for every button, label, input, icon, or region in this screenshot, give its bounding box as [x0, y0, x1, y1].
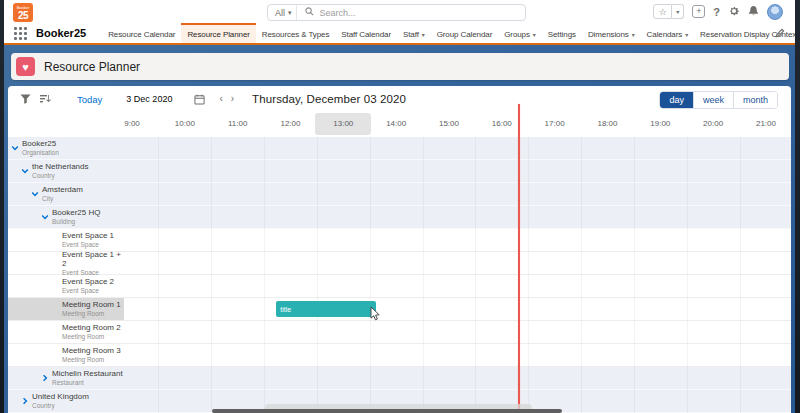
next-day-chevron[interactable]: ›: [231, 94, 234, 104]
nav-tab-group-calendar[interactable]: Group Calendar: [431, 23, 499, 43]
chevron-down-icon: ▾: [685, 31, 688, 38]
resource-label-cell[interactable]: United KingdomCountry: [8, 390, 124, 412]
edit-pencil-icon[interactable]: [775, 24, 785, 42]
resource-row-meeting-room-2[interactable]: Meeting Room 2Meeting Room: [8, 321, 791, 344]
resource-row-michelin-restaurant[interactable]: Michelin RestaurantRestaurant: [8, 367, 791, 390]
nav-tab-label: Resources & Types: [262, 30, 330, 39]
tree-collapse-chevron-icon[interactable]: [11, 144, 19, 152]
hour-label: 10:00: [175, 119, 195, 128]
nav-tab-dimensions[interactable]: Dimensions▾: [582, 23, 641, 43]
resource-type: Restaurant: [52, 379, 123, 387]
resource-type: Meeting Room: [62, 356, 121, 364]
hour-label: 21:00: [756, 119, 776, 128]
window-left-edge: [0, 0, 4, 413]
resource-row-booker25[interactable]: Booker25Organisation: [8, 137, 791, 160]
hour-label: 13:00: [333, 119, 353, 128]
hour-label: 11:00: [228, 119, 247, 128]
resource-row-event-space-1[interactable]: Event Space 1Event Space: [8, 229, 791, 252]
nav-tab-label: Settings: [548, 30, 576, 39]
nav-tab-staff-calendar[interactable]: Staff Calendar: [335, 23, 397, 43]
global-search[interactable]: All ▾: [267, 4, 526, 21]
help-icon[interactable]: ?: [713, 6, 720, 18]
tree-collapse-chevron-icon[interactable]: [41, 213, 49, 221]
resource-type: Event Space: [62, 241, 114, 249]
current-date-heading: Thursday, December 03 2020: [252, 93, 406, 105]
booker25-logo[interactable]: Booker 25: [13, 3, 33, 22]
logo-text-big: 25: [13, 11, 33, 21]
tree-expand-chevron-icon[interactable]: [21, 397, 29, 405]
tree-collapse-chevron-icon[interactable]: [31, 190, 39, 198]
view-button-day[interactable]: day: [660, 92, 693, 108]
app-launcher-waffle-icon[interactable]: [14, 27, 27, 40]
window-right-edge: [795, 0, 800, 413]
timeline-hours-header: 9:0010:0011:0012:0013:0014:0015:0016:001…: [8, 112, 791, 138]
resource-row-booker25-hq[interactable]: Booker25 HQBuilding: [8, 206, 791, 229]
page-title: Resource Planner: [44, 60, 140, 74]
resource-row-amsterdam[interactable]: AmsterdamCity: [8, 183, 791, 206]
reservation-event-bar[interactable]: title: [276, 301, 376, 317]
nav-tab-label: Group Calendar: [437, 30, 493, 39]
nav-tab-groups[interactable]: Groups▾: [498, 23, 542, 43]
date-picker-calendar-icon[interactable]: [194, 94, 205, 105]
resource-type: Organisation: [22, 149, 59, 157]
favorites-caret-icon[interactable]: ▾: [672, 4, 684, 19]
resource-label-cell[interactable]: AmsterdamCity: [8, 183, 124, 205]
hour-label: 18:00: [597, 119, 617, 128]
tree-expand-chevron-icon[interactable]: [41, 374, 49, 382]
resource-row-event-space-2[interactable]: Event Space 2Event Space: [8, 275, 791, 298]
resource-type: Event Space: [62, 287, 114, 295]
resource-label-cell[interactable]: Booker25Organisation: [8, 137, 124, 159]
hour-label: 20:00: [703, 119, 723, 128]
view-button-week[interactable]: week: [693, 92, 733, 108]
notifications-bell-icon[interactable]: [748, 3, 759, 21]
nav-tab-resources-types[interactable]: Resources & Types: [256, 23, 336, 43]
resource-label-cell[interactable]: Meeting Room 2Meeting Room: [8, 321, 124, 343]
search-input[interactable]: [318, 7, 525, 19]
resource-name: Meeting Room 2: [62, 323, 121, 333]
resource-row-meeting-room-1[interactable]: Meeting Room 1Meeting Room: [8, 298, 791, 321]
resource-label-cell[interactable]: the NetherlandsCountry: [8, 160, 124, 182]
resource-label-cell[interactable]: Michelin RestaurantRestaurant: [8, 367, 124, 389]
resource-label-cell[interactable]: Event Space 1 + 2Event Space: [8, 252, 124, 274]
horizontal-scrollbar-thumb[interactable]: [212, 409, 562, 413]
resource-row-the-netherlands[interactable]: the NetherlandsCountry: [8, 160, 791, 183]
resource-name: Booker25: [22, 139, 59, 149]
setup-gear-icon[interactable]: [728, 3, 740, 21]
user-avatar[interactable]: [767, 4, 783, 20]
previous-day-chevron[interactable]: ‹: [219, 94, 222, 104]
favorites-button-group: ☆ ▾: [653, 4, 684, 19]
favorites-star-icon[interactable]: ☆: [653, 4, 672, 19]
resource-label-cell[interactable]: Meeting Room 3Meeting Room: [8, 344, 124, 366]
hour-label: 14:00: [386, 119, 406, 128]
resource-label-cell[interactable]: Booker25 HQBuilding: [8, 206, 124, 228]
filter-icon[interactable]: [20, 94, 31, 104]
hour-label: 12:00: [280, 119, 300, 128]
selected-date[interactable]: 3 Dec 2020: [126, 94, 172, 104]
resource-label-cell[interactable]: Event Space 2Event Space: [8, 275, 124, 297]
resource-planner-panel: Today 3 Dec 2020 ‹ › Thursday, December …: [8, 86, 791, 413]
hour-label: 9:00: [124, 119, 140, 128]
tree-collapse-chevron-icon[interactable]: [21, 167, 29, 175]
resource-label-cell[interactable]: Event Space 1Event Space: [8, 229, 124, 251]
resource-row-event-space-1-2[interactable]: Event Space 1 + 2Event Space: [8, 252, 791, 275]
search-scope-selector[interactable]: All ▾: [268, 5, 297, 20]
view-button-month[interactable]: month: [733, 92, 777, 108]
resource-row-meeting-room-3[interactable]: Meeting Room 3Meeting Room: [8, 344, 791, 367]
resource-name: Meeting Room 1: [62, 300, 121, 310]
chevron-down-icon: ▾: [288, 9, 292, 17]
nav-tab-settings[interactable]: Settings: [542, 23, 582, 43]
resource-name: United Kingdom: [32, 392, 89, 402]
nav-tabs: Resource CalendarResource PlannerResourc…: [102, 23, 771, 43]
search-scope-label: All: [275, 8, 285, 18]
add-icon[interactable]: +: [692, 5, 705, 18]
resource-name: the Netherlands: [32, 162, 88, 172]
nav-tab-staff[interactable]: Staff▾: [397, 23, 431, 43]
nav-tab-calendars[interactable]: Calendars▾: [641, 23, 695, 43]
today-button[interactable]: Today: [71, 93, 108, 106]
resource-name: Event Space 2: [62, 277, 114, 287]
nav-tab-resource-calendar[interactable]: Resource Calendar: [102, 23, 181, 43]
sort-order-icon[interactable]: [40, 94, 51, 104]
resource-label-cell[interactable]: Meeting Room 1Meeting Room: [8, 298, 124, 320]
resource-name: Event Space 1 + 2: [62, 250, 124, 269]
nav-tab-resource-planner[interactable]: Resource Planner: [181, 23, 255, 43]
